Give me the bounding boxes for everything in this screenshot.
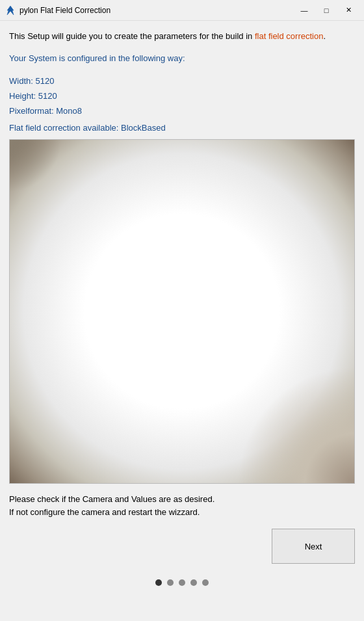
button-row: Next	[0, 529, 364, 564]
system-info-block: Width: 5120 Height: 5120 Pixelformat: Mo…	[9, 73, 355, 119]
maximize-button[interactable]: □	[316, 3, 337, 18]
bottom-text-line2: If not configure the camera and restart …	[9, 507, 200, 517]
next-button[interactable]: Next	[272, 529, 355, 564]
bottom-text-line1: Please check if the Camera and Values ar…	[9, 494, 214, 504]
height-info: Height: 5120	[9, 88, 355, 103]
dot-1	[155, 579, 162, 586]
svg-marker-0	[7, 6, 14, 15]
pixelformat-info: Pixelformat: Mono8	[9, 103, 355, 118]
dot-2	[167, 579, 174, 586]
pylon-icon	[5, 5, 16, 16]
system-heading: Your System is configured in the followi…	[9, 53, 355, 63]
close-button[interactable]: ✕	[338, 3, 359, 18]
main-content: This Setup will guide you to create the …	[0, 21, 364, 484]
bottom-section: Please check if the Camera and Values ar…	[0, 493, 364, 520]
minimize-button[interactable]: —	[294, 3, 315, 18]
image-preview-container	[9, 139, 355, 484]
ffc-available: Flat field correction available: BlockBa…	[9, 123, 355, 133]
dot-3	[179, 579, 185, 586]
window-title: pylon Flat Field Correction	[20, 6, 110, 15]
bottom-instructions: Please check if the Camera and Values ar…	[9, 493, 355, 520]
highlight-text: flat field correction	[255, 31, 324, 41]
title-bar-controls: — □ ✕	[294, 3, 359, 18]
width-info: Width: 5120	[9, 73, 355, 88]
pagination-dots	[0, 573, 364, 592]
intro-paragraph: This Setup will guide you to create the …	[9, 30, 355, 43]
title-bar: pylon Flat Field Correction — □ ✕	[0, 0, 364, 21]
camera-preview-image	[10, 140, 354, 483]
dot-4	[190, 579, 197, 586]
dot-5	[202, 579, 209, 586]
title-bar-left: pylon Flat Field Correction	[5, 5, 110, 16]
